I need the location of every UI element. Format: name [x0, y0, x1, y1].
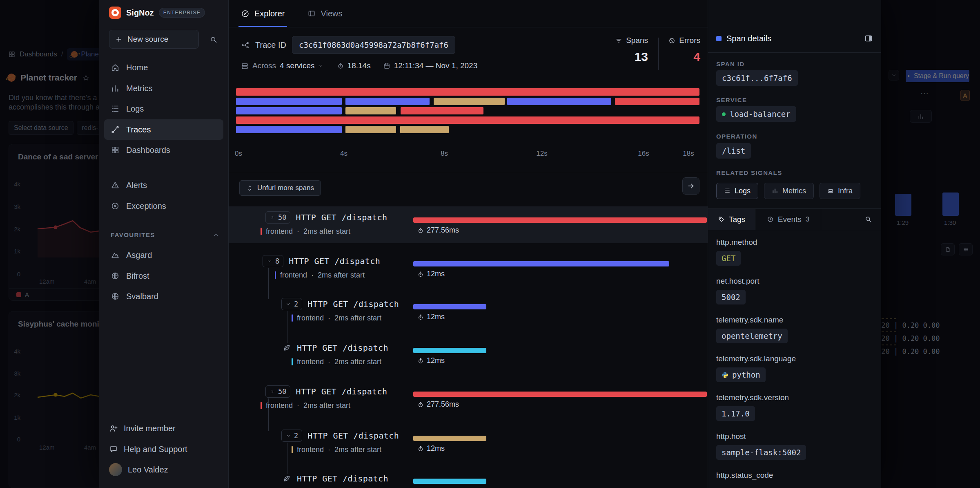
- minimap-bar: [236, 126, 342, 133]
- next-page-button[interactable]: [682, 177, 699, 195]
- leaf-icon: [282, 474, 292, 484]
- stopwatch-icon: [417, 227, 424, 234]
- user-menu[interactable]: Leo Valdez: [109, 461, 168, 478]
- span-bar[interactable]: [413, 392, 707, 397]
- sidebar-item-exceptions[interactable]: Exceptions: [104, 196, 223, 216]
- expand-toggle[interactable]: 8: [263, 255, 283, 267]
- span-title: HTTP GET /dispatch: [296, 213, 387, 222]
- minimap-bar: [236, 116, 699, 124]
- sidebar-item-alerts[interactable]: Alerts: [104, 175, 223, 195]
- arrow-right-icon: [687, 182, 695, 190]
- errors-stat: Errors 4: [666, 36, 700, 64]
- grid-icon: [111, 146, 120, 154]
- trace-meta-row: Across 4 services 18.14s 12:11:34 — Nov …: [241, 61, 477, 70]
- python-icon: [722, 372, 728, 378]
- span-title: HTTP GET /dispatch: [307, 431, 399, 441]
- help-support-button[interactable]: Help and Support: [109, 441, 187, 457]
- expand-toggle[interactable]: 2: [281, 430, 302, 442]
- sidebar-item-asgard[interactable]: Asgard: [104, 247, 223, 263]
- operation-label: OPERATION: [716, 133, 757, 140]
- span-row[interactable]: 8 HTTP GET /dispatch frontend·2ms after …: [229, 250, 708, 287]
- search-icon: [209, 36, 218, 44]
- expand-toggle[interactable]: 2: [281, 298, 302, 310]
- span-id-label: SPAN ID: [716, 60, 745, 67]
- span-bar[interactable]: [413, 436, 486, 441]
- unfurl-more-spans-button[interactable]: Unfurl more spans: [239, 180, 321, 196]
- service-color-bar: [261, 228, 262, 235]
- span-bar[interactable]: [413, 348, 486, 353]
- sidebar-item-svalbard[interactable]: Svalbard: [104, 288, 223, 304]
- span-bar[interactable]: [413, 261, 669, 266]
- tag-key: telemetry.sdk.name: [716, 316, 873, 325]
- laptop-icon: [827, 188, 834, 194]
- related-logs-button[interactable]: Logs: [716, 183, 758, 199]
- clock-icon: [767, 216, 774, 223]
- favourites-header[interactable]: FAVOURITES: [111, 231, 219, 238]
- span-duration: 12ms: [417, 444, 445, 453]
- panel-right-icon: [864, 34, 873, 43]
- tag-item: http.host sample-flask:5002: [716, 432, 873, 460]
- minimap-bar: [236, 98, 342, 105]
- stopwatch-icon: [417, 358, 424, 364]
- span-duration: 277.56ms: [417, 226, 459, 235]
- span-bar[interactable]: [413, 479, 486, 484]
- stopwatch-icon: [337, 62, 344, 69]
- tab-views[interactable]: Views: [307, 0, 342, 27]
- span-duration: 12ms: [417, 356, 445, 365]
- chat-icon: [109, 445, 118, 454]
- brand-name: SigNoz: [126, 8, 154, 18]
- service-value: load-balancer: [716, 106, 796, 122]
- sidebar-item-metrics[interactable]: Metrics: [104, 78, 223, 98]
- trace-id-value[interactable]: c3c61f0863d0a45998a72a7b8f6f7af6: [292, 36, 455, 54]
- stopwatch-icon: [417, 401, 424, 408]
- sidebar-item-traces[interactable]: Traces: [104, 119, 223, 140]
- span-row[interactable]: HTTP GET /dispatch frontend·2ms after st…: [229, 337, 708, 374]
- sidebar-search-button[interactable]: [205, 31, 222, 48]
- tab-events[interactable]: Events 3: [755, 209, 821, 230]
- panel-toggle-button[interactable]: [864, 34, 873, 43]
- span-row[interactable]: 50 HTTP GET /dispatch frontend·2ms after…: [229, 206, 708, 243]
- tags-search-button[interactable]: [855, 209, 881, 230]
- span-details-panel: Span details SPAN ID c3c61f...6f7af6 SER…: [708, 0, 881, 488]
- span-details-title: Span details: [726, 34, 771, 43]
- new-source-button[interactable]: New source: [109, 30, 199, 49]
- chevron-right-icon: [270, 215, 275, 220]
- span-title: HTTP GET /dispatch: [289, 256, 380, 266]
- span-row[interactable]: 50 HTTP GET /dispatch frontend·2ms after…: [229, 381, 708, 417]
- span-bar[interactable]: [413, 304, 486, 309]
- stat-divider: [658, 38, 659, 70]
- sidebar-item-dashboards[interactable]: Dashboards: [104, 140, 223, 160]
- span-duration: 12ms: [417, 313, 445, 321]
- waterfall-divider: [229, 173, 708, 173]
- services-dropdown[interactable]: 4 services: [280, 61, 323, 70]
- search-icon: [864, 215, 872, 223]
- minimap-bar: [236, 107, 342, 114]
- errors-count: 4: [693, 50, 700, 64]
- span-bar[interactable]: [413, 217, 707, 223]
- span-row[interactable]: HTTP GET /dispatch: [229, 468, 708, 488]
- operation-value: /list: [716, 143, 751, 159]
- sidebar-item-logs[interactable]: Logs: [104, 98, 223, 119]
- related-metrics-button[interactable]: Metrics: [764, 183, 814, 199]
- tag-value: 1.17.0: [716, 406, 755, 421]
- time-tick: 18s: [683, 150, 694, 158]
- span-row[interactable]: 2 HTTP GET /dispatch frontend·2ms after …: [229, 425, 708, 461]
- expand-toggle[interactable]: 50: [265, 211, 290, 224]
- home-icon: [111, 63, 120, 72]
- span-row[interactable]: 2 HTTP GET /dispatch frontend·2ms after …: [229, 293, 708, 330]
- service-color-bar: [292, 358, 293, 365]
- minimap-bar: [345, 107, 396, 114]
- expand-toggle[interactable]: 50: [265, 385, 290, 398]
- related-infra-button[interactable]: Infra: [820, 183, 860, 199]
- invite-member-button[interactable]: Invite member: [109, 420, 176, 437]
- tag-key: net.host.port: [716, 277, 873, 286]
- tab-explorer[interactable]: Explorer: [241, 0, 285, 27]
- tab-tags[interactable]: Tags: [708, 209, 755, 230]
- sidebar-item-bifrost[interactable]: Bifrost: [104, 268, 223, 284]
- span-details-icon: [716, 36, 722, 41]
- sidebar-item-home[interactable]: Home: [104, 57, 223, 78]
- related-signals: Logs Metrics Infra: [716, 183, 860, 199]
- minimap-bar: [345, 126, 396, 133]
- calendar-icon: [383, 62, 390, 69]
- tag-item: http.method GET: [716, 238, 873, 266]
